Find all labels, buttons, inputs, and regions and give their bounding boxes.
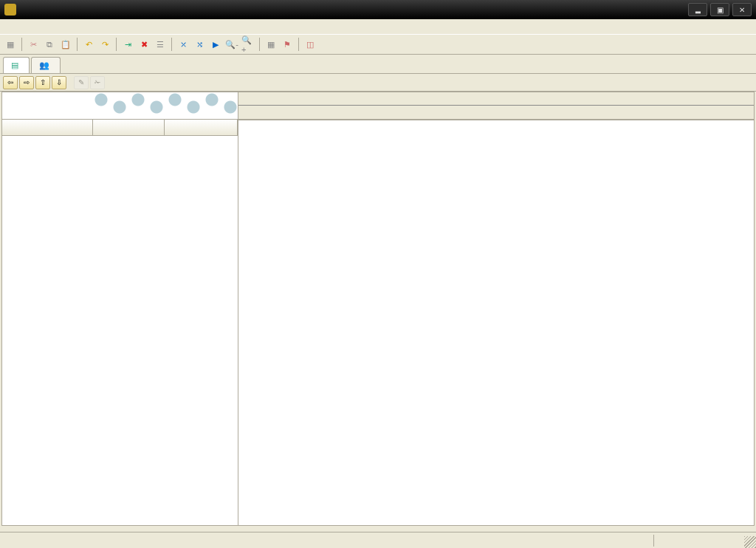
menubar xyxy=(0,19,756,34)
nav-tool1-icon: ✎ xyxy=(74,76,89,89)
col-name[interactable] xyxy=(2,120,93,135)
redo-icon[interactable]: ↷ xyxy=(97,37,112,52)
task-table-panel xyxy=(2,92,238,525)
maximize-button[interactable] xyxy=(710,3,729,16)
copy-icon[interactable]: ⧉ xyxy=(42,37,57,52)
properties-icon[interactable]: ☰ xyxy=(153,37,168,52)
table-header xyxy=(2,120,238,136)
tab-resources[interactable]: 👥 xyxy=(31,57,61,73)
close-button[interactable] xyxy=(732,3,752,16)
gantt-chart-panel xyxy=(238,92,754,525)
tab-gantt[interactable]: ▤ xyxy=(3,57,30,73)
logo-banner xyxy=(2,92,238,120)
gantt-icon: ▤ xyxy=(11,61,18,70)
gantt-chart-area[interactable] xyxy=(238,120,754,525)
main-splitter xyxy=(1,92,755,526)
baseline-icon[interactable]: ⚑ xyxy=(280,37,295,52)
col-end[interactable] xyxy=(165,120,238,135)
indent-icon[interactable]: ⇥ xyxy=(120,37,135,52)
paste-icon[interactable]: 📋 xyxy=(58,37,73,52)
resources-icon: 👥 xyxy=(39,61,49,70)
app-icon xyxy=(4,4,16,16)
link-icon[interactable]: ⤭ xyxy=(192,37,207,52)
cut-icon[interactable]: ✂ xyxy=(26,37,41,52)
nav-down-icon[interactable]: ⇩ xyxy=(52,76,66,89)
statusbar xyxy=(0,532,756,548)
zoom-in-icon[interactable]: 🔍+ xyxy=(241,37,255,52)
nav-right-icon[interactable]: ⇨ xyxy=(19,76,34,89)
toolbar: ▦ ✂ ⧉ 📋 ↶ ↷ ⇥ ✖ ☰ ⤫ ⤭ ▶ 🔍- 🔍+ ▦ ⚑ ◫ xyxy=(0,34,756,55)
nav-left-icon[interactable]: ⇦ xyxy=(3,76,18,89)
zoom-out-icon[interactable]: 🔍- xyxy=(224,37,239,52)
nav-row: ⇦ ⇨ ⇧ ⇩ ✎ ✁ xyxy=(0,74,756,92)
task-rows xyxy=(2,136,238,525)
nav-up-icon[interactable]: ⇧ xyxy=(35,76,50,89)
resize-grip-icon[interactable] xyxy=(744,536,756,548)
show-hide-icon[interactable]: ◫ xyxy=(303,37,317,52)
save-icon[interactable]: ▦ xyxy=(3,37,18,52)
timeline-header xyxy=(238,92,754,120)
goto-icon[interactable]: ▶ xyxy=(208,37,223,52)
undo-icon[interactable]: ↶ xyxy=(81,37,96,52)
minimize-button[interactable] xyxy=(688,3,707,16)
col-begin[interactable] xyxy=(93,120,165,135)
nav-tool2-icon: ✁ xyxy=(90,76,105,89)
titlebar xyxy=(0,0,756,19)
view-tabs: ▤ 👥 xyxy=(0,55,756,74)
show-critical-icon[interactable]: ▦ xyxy=(264,37,278,52)
delete-icon[interactable]: ✖ xyxy=(137,37,151,52)
unlink-icon[interactable]: ⤫ xyxy=(176,37,190,52)
